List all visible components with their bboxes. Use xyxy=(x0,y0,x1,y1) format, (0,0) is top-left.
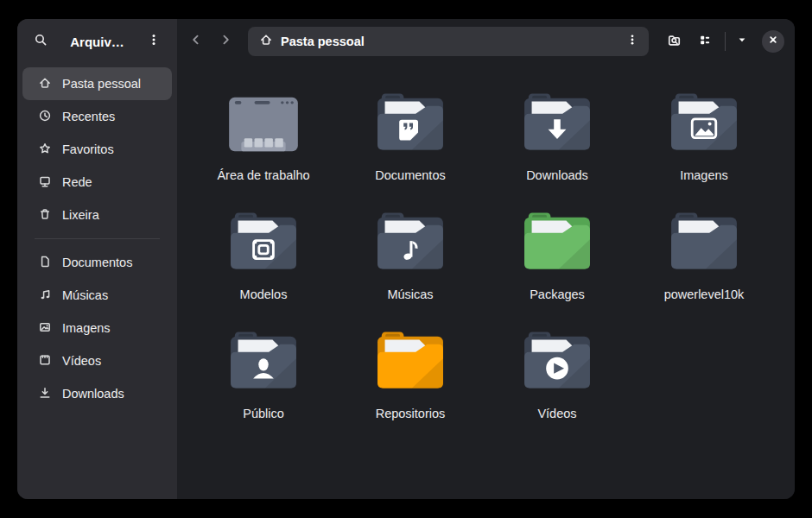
sidebar-item-pasta-pessoal[interactable]: Pasta pessoal xyxy=(22,67,172,100)
view-mode-button[interactable] xyxy=(690,27,720,56)
folder-music-icon xyxy=(371,212,450,275)
sidebar-item-label: Lixeira xyxy=(62,208,99,222)
file-item-label: Repositorios xyxy=(376,407,446,421)
back-button[interactable] xyxy=(182,28,210,55)
search-folder-button[interactable] xyxy=(659,27,688,56)
location-menu-button[interactable] xyxy=(619,29,645,54)
sidebar-item-label: Imagens xyxy=(62,321,111,335)
video-icon xyxy=(38,353,52,370)
folder-videos-icon xyxy=(517,331,597,395)
file-item-label: Imagens xyxy=(680,168,728,183)
chevron-right-icon xyxy=(219,33,232,50)
file-item-musicas[interactable]: Músicas xyxy=(337,200,484,319)
folder-templates-icon xyxy=(224,212,303,275)
kebab-menu-icon xyxy=(625,33,639,50)
folder-downloads-icon xyxy=(517,92,597,156)
folder-green-icon xyxy=(517,212,597,275)
sidebar-places-list: Pasta pessoal Recentes Favoritos Rede Li… xyxy=(17,64,177,414)
home-icon xyxy=(259,33,273,50)
close-window-button[interactable] xyxy=(762,30,784,53)
current-location-label: Pasta pessoal xyxy=(281,35,612,48)
network-icon xyxy=(38,174,52,191)
main-pane: Pasta pessoal xyxy=(177,19,795,499)
sidebar-separator xyxy=(35,238,160,239)
file-item-videos[interactable]: Vídeos xyxy=(484,319,631,439)
sidebar-item-label: Músicas xyxy=(62,288,108,302)
file-item-label: powerlevel10k xyxy=(664,287,745,302)
app-title: Arquiv… xyxy=(59,35,136,49)
file-item-powerlevel10k[interactable]: powerlevel10k xyxy=(631,200,777,319)
file-item-label: Documentos xyxy=(375,168,445,183)
forward-button[interactable] xyxy=(212,28,239,55)
file-manager-window: Arquiv… Pasta pessoal Recentes Favoritos xyxy=(17,19,795,499)
file-item-label: Público xyxy=(243,407,284,421)
sidebar-item-musicas[interactable]: Músicas xyxy=(22,279,172,312)
sidebar-item-label: Downloads xyxy=(62,387,124,401)
folder-documents-icon xyxy=(371,92,450,156)
file-item-label: Downloads xyxy=(526,168,588,183)
sidebar-item-label: Vídeos xyxy=(62,354,101,368)
list-view-icon xyxy=(698,33,712,50)
chevron-down-icon xyxy=(735,33,749,50)
sidebar-item-label: Documentos xyxy=(62,256,132,269)
file-item-label: Músicas xyxy=(387,287,433,302)
download-icon xyxy=(38,386,52,402)
sidebar-item-label: Favoritos xyxy=(62,142,114,156)
sidebar-item-rede[interactable]: Rede xyxy=(22,166,172,199)
chevron-left-icon xyxy=(189,33,203,50)
sidebar-header: Arquiv… xyxy=(17,19,177,64)
sidebar-item-recentes[interactable]: Recentes xyxy=(22,100,172,133)
app-menu-button[interactable] xyxy=(139,27,168,56)
file-item-publico[interactable]: Público xyxy=(190,319,337,439)
file-item-label: Modelos xyxy=(240,287,288,302)
file-item-downloads[interactable]: Downloads xyxy=(484,81,631,200)
file-item-label: Packages xyxy=(530,287,585,302)
sidebar-item-imagens[interactable]: Imagens xyxy=(22,312,172,344)
file-item-documentos[interactable]: Documentos xyxy=(337,81,484,200)
sidebar-item-videos[interactable]: Vídeos xyxy=(22,344,172,377)
folder-search-icon xyxy=(667,33,682,51)
document-icon xyxy=(38,255,52,271)
trash-icon xyxy=(38,207,52,224)
close-icon xyxy=(766,33,780,50)
file-item-repositorios[interactable]: Repositorios xyxy=(337,319,484,439)
clock-icon xyxy=(38,109,52,125)
file-item-area-de-trabalho[interactable]: Área de trabalho xyxy=(190,81,337,200)
file-item-imagens[interactable]: Imagens xyxy=(631,81,777,200)
view-options-dropdown[interactable] xyxy=(731,27,753,56)
file-item-modelos[interactable]: Modelos xyxy=(190,200,337,319)
toolbar-divider xyxy=(725,32,726,51)
sidebar-item-documentos[interactable]: Documentos xyxy=(22,246,172,279)
desktop-icon xyxy=(224,92,303,156)
file-item-packages[interactable]: Packages xyxy=(484,200,631,319)
image-icon xyxy=(38,320,52,337)
home-icon xyxy=(38,76,52,92)
folder-plain-icon xyxy=(664,212,744,275)
folder-orange-icon xyxy=(371,331,450,395)
sidebar-item-label: Recentes xyxy=(62,110,115,123)
sidebar-item-downloads[interactable]: Downloads xyxy=(22,377,172,410)
path-bar[interactable]: Pasta pessoal xyxy=(248,27,649,56)
star-icon xyxy=(38,142,52,158)
search-button[interactable] xyxy=(26,27,55,56)
file-item-label: Área de trabalho xyxy=(217,168,309,183)
header-bar: Pasta pessoal xyxy=(177,19,795,64)
folder-public-icon xyxy=(224,331,303,395)
folder-pictures-icon xyxy=(664,92,744,156)
sidebar-item-label: Pasta pessoal xyxy=(62,77,141,91)
sidebar-item-label: Rede xyxy=(62,175,92,189)
kebab-menu-icon xyxy=(147,33,161,50)
search-icon xyxy=(34,33,48,50)
sidebar-item-favoritos[interactable]: Favoritos xyxy=(22,133,172,166)
music-icon xyxy=(38,287,52,304)
file-item-label: Vídeos xyxy=(537,407,576,421)
file-grid: Área de trabalho Documentos Downloads Im… xyxy=(177,64,795,499)
sidebar: Arquiv… Pasta pessoal Recentes Favoritos xyxy=(17,19,177,499)
sidebar-item-lixeira[interactable]: Lixeira xyxy=(22,199,172,231)
